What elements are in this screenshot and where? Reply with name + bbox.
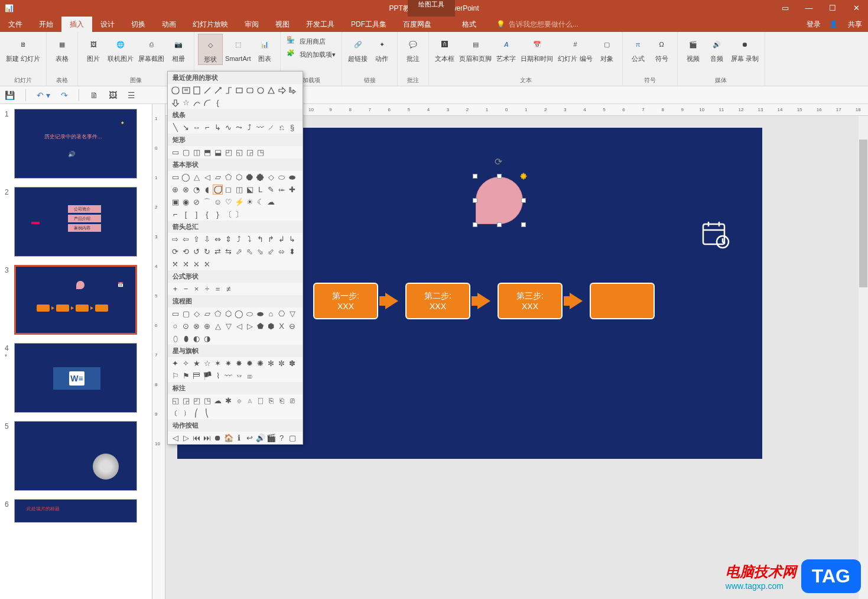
ar-10[interactable]: ↱ — [266, 234, 276, 244]
step-box-1[interactable]: 第一步:XXX — [313, 283, 378, 319]
textbox-button[interactable]: 🅰文本框 — [433, 34, 457, 64]
fc-5[interactable]: ⬠ — [213, 309, 223, 319]
resize-handle-t[interactable] — [497, 174, 502, 179]
thumb-slide-6[interactable]: 此处填片的标题 — [14, 499, 137, 523]
hyperlink-button[interactable]: 🔗超链接 — [346, 34, 370, 64]
fc-20[interactable]: ▷ — [245, 321, 255, 331]
co-7[interactable]: ⟐ — [234, 396, 244, 406]
new-slide-button[interactable]: 🗎新建 幻灯片 — [4, 34, 43, 64]
fc-16[interactable]: ⊕ — [202, 321, 212, 331]
ar-9[interactable]: ↰ — [255, 234, 265, 244]
fc-27[interactable]: ◐ — [191, 334, 201, 344]
ar-28[interactable]: ⤪ — [202, 259, 212, 269]
tab-developer[interactable]: 开发工具 — [298, 17, 343, 32]
co-8[interactable]: ⟑ — [245, 396, 255, 406]
st-9[interactable]: ✺ — [255, 358, 265, 368]
st-5[interactable]: ✶ — [213, 358, 223, 368]
ar-6[interactable]: ⇕ — [223, 234, 233, 244]
rect-5[interactable]: ⬓ — [213, 147, 223, 157]
ab-11[interactable]: ? — [277, 433, 287, 443]
eq-6[interactable]: ≠ — [223, 284, 233, 294]
resize-handle-l[interactable] — [473, 198, 477, 203]
tab-review[interactable]: 审阅 — [236, 17, 267, 32]
basic-40[interactable]: 〔 — [223, 209, 233, 219]
st-17[interactable]: ⌇ — [213, 371, 223, 381]
qat-icon-1[interactable]: 🗎 — [90, 90, 98, 100]
st-13[interactable]: ⚐ — [170, 371, 180, 381]
ab-4[interactable]: ⏭ — [202, 433, 212, 443]
co-12[interactable]: ⎚ — [287, 396, 297, 406]
table-button[interactable]: ▦表格 — [50, 34, 74, 64]
co-13[interactable]: ⟮ — [170, 408, 180, 418]
st-20[interactable]: ⎄ — [245, 371, 255, 381]
co-2[interactable]: ◲ — [181, 396, 191, 406]
co-6[interactable]: ✱ — [223, 396, 233, 406]
co-3[interactable]: ◰ — [191, 396, 201, 406]
step-box-3[interactable]: 第三步:XXX — [498, 283, 563, 319]
co-16[interactable]: ⎝ — [202, 408, 212, 418]
ar-13[interactable]: ⟳ — [170, 247, 180, 257]
ribbon-options-icon[interactable]: ▭ — [773, 0, 797, 17]
ar-22[interactable]: ⬃ — [266, 247, 276, 257]
smartart-button[interactable]: ⬚SmartArt — [223, 34, 253, 64]
video-button[interactable]: 🎬视频 — [681, 34, 705, 64]
shape-triangle[interactable] — [266, 85, 276, 95]
equation-button[interactable]: π公式 — [626, 34, 650, 64]
st-18[interactable]: 〰 — [223, 371, 233, 381]
ab-7[interactable]: ℹ — [234, 433, 244, 443]
scrollbar-thumb[interactable] — [859, 140, 867, 287]
basic-1[interactable]: ▭ — [170, 172, 180, 182]
basic-18[interactable]: ◻ — [223, 184, 233, 195]
basic-28[interactable]: ⌒ — [202, 197, 212, 207]
wordart-button[interactable]: A艺术字 — [494, 34, 518, 64]
shape-line[interactable] — [202, 85, 212, 95]
basic-4[interactable]: ◁ — [202, 172, 212, 182]
line-10[interactable]: ⟋ — [266, 122, 276, 132]
thumb-slide-3[interactable]: 📅 — [14, 265, 137, 335]
shape-arrow-turn[interactable] — [287, 85, 297, 95]
ab-12[interactable]: ▢ — [287, 433, 297, 443]
fc-22[interactable]: ⬢ — [266, 321, 276, 331]
line-1[interactable]: ╲ — [170, 122, 180, 132]
ar-17[interactable]: ⇄ — [213, 247, 223, 257]
fc-13[interactable]: ○ — [170, 321, 180, 331]
object-button[interactable]: ▢对象 — [595, 34, 619, 64]
tab-file[interactable]: 文件 — [0, 17, 31, 32]
ab-2[interactable]: ▷ — [181, 433, 191, 443]
ar-25[interactable]: ⤧ — [170, 259, 180, 269]
basic-37[interactable]: ] — [191, 209, 201, 219]
basic-16[interactable]: ◖ — [202, 184, 212, 195]
ar-14[interactable]: ⟲ — [181, 247, 191, 257]
st-6[interactable]: ✷ — [223, 358, 233, 368]
tab-pdf[interactable]: PDF工具集 — [343, 17, 395, 32]
fc-1[interactable]: ▭ — [170, 309, 180, 319]
rect-3[interactable]: ◫ — [191, 147, 201, 157]
ar-21[interactable]: ⬂ — [255, 247, 265, 257]
login-link[interactable]: 登录 — [807, 20, 821, 30]
eq-2[interactable]: − — [181, 284, 191, 294]
ab-5[interactable]: ⏺ — [213, 433, 223, 443]
tab-view[interactable]: 视图 — [267, 17, 298, 32]
shape-arrow-right[interactable] — [277, 85, 287, 95]
ar-16[interactable]: ↻ — [202, 247, 212, 257]
eq-5[interactable]: = — [213, 284, 223, 294]
ar-18[interactable]: ⇆ — [223, 247, 233, 257]
basic-26[interactable]: ◉ — [181, 197, 191, 207]
tab-insert[interactable]: 插入 — [61, 17, 92, 32]
st-11[interactable]: ✼ — [277, 358, 287, 368]
qat-icon-3[interactable]: ☰ — [128, 90, 135, 100]
basic-32[interactable]: ☀ — [245, 197, 255, 207]
fc-18[interactable]: ▽ — [223, 321, 233, 331]
thumb-slide-2[interactable]: 公司简介产品介绍案例内容 — [14, 187, 137, 257]
rect-9[interactable]: ◳ — [255, 147, 265, 157]
fc-24[interactable]: ⊖ — [287, 321, 297, 331]
basic-6[interactable]: ⬠ — [223, 172, 233, 182]
step-box-2[interactable]: 第二步:XXX — [405, 283, 470, 319]
shape-star[interactable]: ☆ — [181, 98, 191, 108]
resize-handle-tl[interactable] — [473, 174, 477, 179]
shape-rect[interactable] — [234, 85, 244, 95]
ar-19[interactable]: ⬀ — [234, 247, 244, 257]
line-3[interactable]: ↔ — [191, 122, 201, 132]
basic-12[interactable]: ⬬ — [287, 172, 297, 182]
co-4[interactable]: ◳ — [202, 396, 212, 406]
